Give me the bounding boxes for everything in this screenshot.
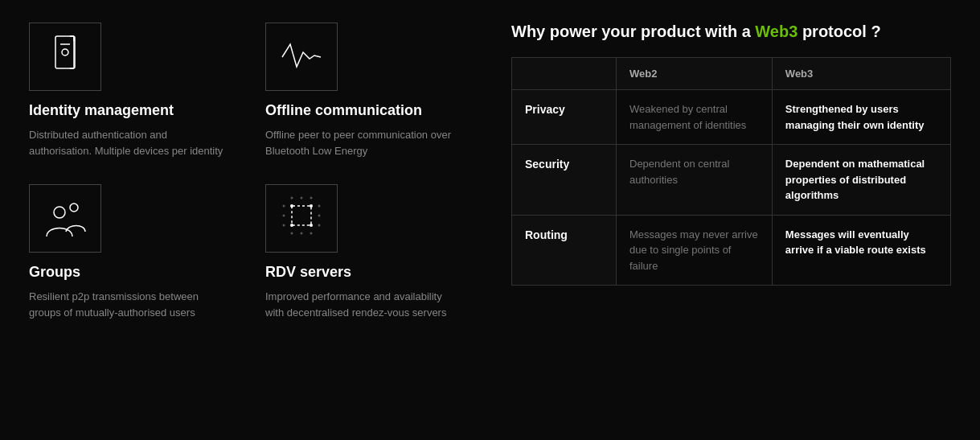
identity-desc: Distributed authentication and authorisa… [29,127,227,158]
svg-point-7 [54,207,65,218]
svg-rect-0 [55,36,75,68]
svg-point-19 [318,224,321,226]
table-row: Privacy Weakened by central management o… [512,90,951,145]
svg-point-15 [283,214,285,216]
heading-prefix: Why power your product with a [511,23,755,40]
svg-point-21 [301,196,303,199]
col-header-empty [512,58,617,90]
table-header-row: Web2 Web3 [512,58,951,90]
svg-point-18 [318,214,321,216]
groups-desc: Resilient p2p transmissions between grou… [29,289,227,320]
offline-icon-box [265,23,338,91]
svg-point-11 [310,204,313,208]
feature-rdv: RDV servers Improved performance and ava… [265,184,463,320]
row-routing-category: Routing [512,215,617,286]
feature-identity: Identity management Distributed authenti… [29,23,227,158]
row-privacy-web3: Strengthened by users managing their own… [772,90,950,145]
comparison-table: Web2 Web3 Privacy Weakened by central ma… [511,57,951,286]
svg-point-16 [283,224,285,226]
web3-highlight: Web3 [755,23,798,40]
table-row: Security Dependent on central authoritie… [512,145,951,216]
offline-desc: Offline peer to peer communication over … [265,127,463,158]
groups-icon-box [29,184,101,253]
feature-offline: Offline communication Offline peer to pe… [265,23,463,158]
row-routing-web2: Messages may never arrive due to single … [617,215,773,286]
identity-icon-box [29,23,101,91]
heading-suffix: protocol ? [798,23,880,40]
rdv-icon-box [265,184,338,253]
svg-point-23 [291,232,293,234]
feature-groups: Groups Resilient p2p transmissions betwe… [29,184,227,320]
table-row: Routing Messages may never arrive due to… [512,215,951,286]
row-privacy-web2: Weakened by central management of identi… [617,90,773,145]
svg-point-8 [70,204,78,212]
row-routing-web3: Messages will eventually arrive if a via… [772,215,950,286]
svg-point-22 [310,196,313,199]
svg-point-12 [290,224,293,227]
rdv-desc: Improved performance and availability wi… [265,289,463,320]
identity-title: Identity management [29,102,227,119]
features-grid: Identity management Distributed authenti… [29,23,463,320]
row-security-category: Security [512,145,617,216]
svg-point-14 [283,204,285,207]
table-heading: Why power your product with a Web3 proto… [511,23,951,41]
svg-point-13 [310,224,313,227]
row-security-web2: Dependent on central authorities [617,145,773,216]
svg-point-24 [301,232,303,234]
svg-point-2 [62,49,68,56]
groups-title: Groups [29,264,227,281]
svg-point-20 [291,196,293,199]
row-security-web3: Dependent on mathematical properties of … [772,145,950,216]
row-privacy-category: Privacy [512,90,617,145]
svg-point-10 [290,204,293,208]
rdv-title: RDV servers [265,264,463,281]
svg-rect-9 [292,206,311,225]
offline-title: Offline communication [265,102,463,119]
svg-point-25 [310,232,313,234]
col-header-web3: Web3 [772,58,950,90]
svg-point-17 [318,204,321,207]
col-header-web2: Web2 [617,58,773,90]
comparison-section: Why power your product with a Web3 proto… [511,23,951,286]
